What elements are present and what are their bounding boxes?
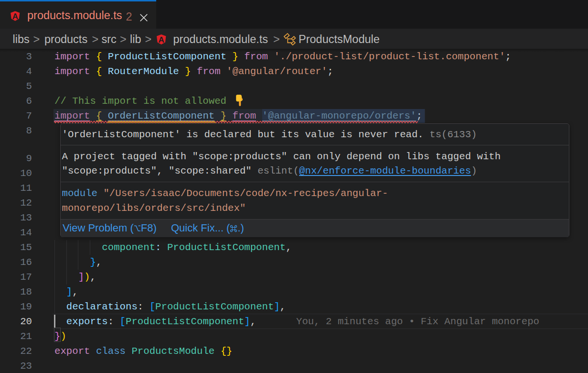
svg-text:A: A [12,11,18,21]
svg-text:A: A [158,35,164,44]
